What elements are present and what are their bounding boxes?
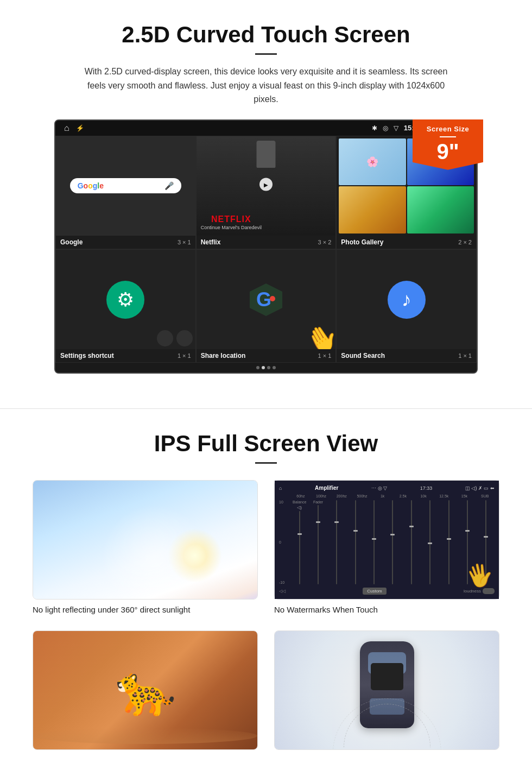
- amp-title: Amplifier: [315, 485, 338, 491]
- app-grid-row2: ⚙ Settings shortcut 1 × 1: [55, 249, 477, 363]
- sound-cell-bg: ♪: [337, 250, 476, 349]
- app-cell-netflix[interactable]: ▶ NETFLIX Continue Marvel's Daredevil Ne…: [196, 136, 337, 249]
- section1-title: 2.5D Curved Touch Screen: [33, 22, 499, 48]
- light-flare: [100, 504, 209, 599]
- music-note-icon: ♪: [402, 288, 411, 311]
- car-image: [275, 631, 499, 749]
- section1-description: With 2.5D curved-display screen, this de…: [81, 65, 451, 106]
- netflix-label: NETFLIX Continue Marvel's Daredevil: [201, 215, 262, 230]
- play-button[interactable]: ▶: [259, 178, 273, 191]
- netflix-app-name: Netflix: [201, 238, 221, 246]
- amp-band-6: [422, 500, 439, 584]
- gallery-app-size: 2 × 2: [458, 239, 472, 245]
- dot-1: [256, 366, 259, 369]
- gear-icon: ⚙: [117, 288, 134, 311]
- netflix-app-size: 3 × 2: [318, 239, 332, 245]
- hand-icon: 🤚: [300, 318, 335, 349]
- sound-app-size: 1 × 1: [458, 352, 472, 359]
- amp-band-5: [403, 500, 420, 584]
- sound-app-name: Sound Search: [341, 352, 385, 359]
- settings-app-size: 1 × 1: [178, 352, 191, 359]
- viewing-angle-arc-2: [333, 698, 441, 750]
- screen-size-badge: Screen Size 9": [413, 119, 483, 170]
- share-cell-inner: G 🤚: [197, 250, 336, 349]
- flower-icon: 🌸: [366, 156, 378, 168]
- google-logo: Google: [78, 181, 104, 190]
- amp-band-3: [365, 500, 382, 584]
- netflix-logo: NETFLIX: [201, 215, 262, 224]
- sound-cell-inner: ♪: [337, 250, 476, 349]
- music-icon: ♪: [388, 281, 426, 319]
- app-cell-settings[interactable]: ⚙ Settings shortcut 1 × 1: [55, 249, 196, 363]
- feature-item-fast: 🐆 Super Fast Response: [33, 630, 258, 757]
- amp-status-bar: ⌂ Amplifier ⋯ ◎ ▽ 17:33 ◫ ◁) ✗ ▭ ⬅: [279, 485, 495, 491]
- title-divider: [255, 53, 277, 55]
- amp-band-4: [384, 500, 401, 584]
- badge-title: Screen Size: [420, 125, 476, 133]
- feature-item-sunlight: No light reflecting under 360° direct su…: [33, 480, 258, 614]
- amp-band-2: [347, 500, 364, 584]
- section-curved-screen: 2.5D Curved Touch Screen With 2.5D curve…: [0, 0, 532, 392]
- share-app-size: 1 × 1: [318, 352, 332, 359]
- google-cell-inner: Google 🎤: [56, 136, 195, 236]
- watermark-caption: No Watermarks When Touch: [274, 605, 499, 614]
- badge-divider: [440, 136, 456, 137]
- sunlight-image-box: [33, 480, 258, 600]
- amp-band-7: [440, 500, 457, 584]
- section2-divider: [255, 462, 277, 464]
- share-app-name: Share location: [201, 352, 246, 359]
- amp-balance-col: Balance ◁): [291, 500, 308, 584]
- amp-band-labels: 60hz 100hz 200hz 500hz 1k 2.5k 10k 12.5k…: [279, 494, 495, 498]
- app-cell-sound-search[interactable]: ♪ Sound Search 1 × 1: [336, 249, 477, 363]
- google-app-size: 3 × 1: [178, 239, 191, 245]
- feature-item-watermark: ⌂ Amplifier ⋯ ◎ ▽ 17:33 ◫ ◁) ✗ ▭ ⬅ 60hz …: [274, 480, 499, 614]
- amp-loudness: loudness: [464, 588, 495, 594]
- dot-4: [273, 366, 276, 369]
- netflix-figure: [256, 141, 275, 168]
- watermark-image-box: ⌂ Amplifier ⋯ ◎ ▽ 17:33 ◫ ◁) ✗ ▭ ⬅ 60hz …: [274, 480, 499, 600]
- app-cell-google[interactable]: Google 🎤 Google 3 × 1: [55, 136, 196, 249]
- feature-item-angle: Large Viewing Angle: [274, 630, 499, 757]
- car-top-view: [354, 641, 420, 739]
- settings-cell-inner: ⚙: [56, 250, 195, 349]
- cheetah-figure: 🐆: [115, 662, 176, 719]
- netflix-bg: ▶ NETFLIX Continue Marvel's Daredevil: [197, 136, 336, 236]
- scroll-indicator: [55, 363, 477, 373]
- cheetah-icon: 🐆: [115, 663, 176, 717]
- amp-time: 17:33: [420, 485, 433, 491]
- badge-size: 9": [420, 141, 476, 162]
- gallery-label-row: Photo Gallery 2 × 2: [337, 236, 476, 249]
- google-maps-svg: G: [250, 283, 282, 316]
- dust-cloud: [33, 728, 257, 744]
- dot-3: [267, 366, 270, 369]
- cheetah-image: 🐆: [33, 631, 257, 749]
- wifi-icon: ▽: [394, 124, 398, 132]
- netflix-cell-inner: ▶ NETFLIX Continue Marvel's Daredevil: [197, 136, 336, 236]
- usb-icon: ⚡: [76, 124, 84, 132]
- location-icon: ◎: [383, 124, 388, 132]
- sunlight-caption: No light reflecting under 360° direct su…: [33, 605, 258, 614]
- feature-grid: No light reflecting under 360° direct su…: [33, 480, 499, 757]
- amp-fader-col: Fader: [309, 500, 326, 584]
- gallery-thumb-3: [339, 186, 406, 234]
- amp-toggle[interactable]: [483, 588, 495, 594]
- shadow-circle-2: [176, 330, 193, 346]
- fast-image-box: 🐆: [33, 630, 258, 750]
- settings-icon: ⚙: [106, 281, 144, 319]
- sound-label-row: Sound Search 1 × 1: [337, 349, 476, 362]
- amp-eq-sliders: 10 0 -10 Balance ◁): [279, 500, 495, 584]
- car-roof: [371, 663, 403, 690]
- amp-band-1: [328, 500, 345, 584]
- google-cell-bg: Google 🎤: [56, 136, 195, 236]
- google-search-bar[interactable]: Google 🎤: [70, 178, 181, 193]
- maps-icon: G: [247, 281, 285, 319]
- bluetooth-icon: ✱: [372, 124, 377, 132]
- google-label-row: Google 3 × 1: [56, 236, 195, 249]
- netflix-hero-bg: ▶ NETFLIX Continue Marvel's Daredevil: [197, 136, 336, 236]
- amp-custom-btn[interactable]: Custom: [363, 588, 387, 595]
- app-cell-share-location[interactable]: G 🤚 Share location 1 × 1: [196, 249, 337, 363]
- home-icon[interactable]: ⌂: [64, 123, 69, 133]
- netflix-label-row: Netflix 3 × 2: [197, 236, 336, 249]
- amp-home-icon: ⌂: [279, 485, 282, 491]
- section-divider-full: [0, 408, 532, 409]
